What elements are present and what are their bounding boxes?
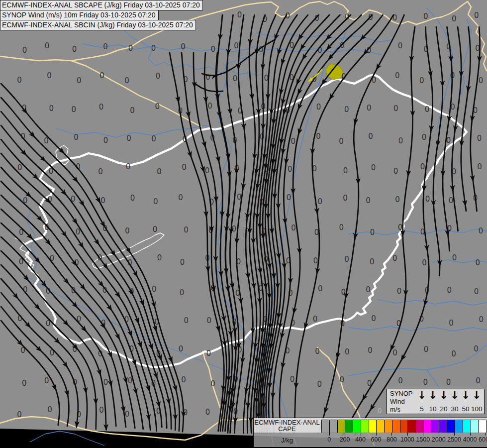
zero-label: 0 [182, 163, 187, 172]
zero-label: 0 [205, 73, 210, 82]
zero-label: 0 [398, 136, 403, 145]
wind-speed-value: 20 [438, 405, 449, 413]
zero-label: 0 [474, 344, 479, 353]
zero-label: 0 [181, 42, 186, 51]
zero-label: 0 [371, 163, 376, 172]
zero-label: 0 [317, 380, 322, 389]
cape-color-cell [369, 420, 377, 433]
wind-down-arrow-icon: ↓ [416, 389, 427, 402]
wind-legend-labels: SYNOP Wind m/s [387, 389, 414, 414]
zero-label: 0 [99, 406, 104, 415]
zero-label: 0 [479, 315, 484, 324]
cape-tick [407, 433, 408, 436]
zero-label: 0 [419, 76, 424, 85]
zero-label: 0 [180, 258, 185, 267]
cape-legend-label: ECMWF-INDEX-ANAL CAPE [254, 419, 320, 432]
zero-label: 0 [17, 76, 22, 85]
zero-label: 0 [151, 44, 156, 53]
zero-label: 0 [368, 132, 373, 141]
zero-label: 0 [206, 349, 211, 358]
zero-label: 0 [153, 197, 158, 206]
cape-tick [345, 433, 345, 436]
zero-label: 0 [344, 105, 349, 114]
zero-label: 0 [210, 379, 215, 388]
cape-tick [329, 433, 330, 436]
zero-label: 0 [425, 195, 430, 204]
weather-map: 0000000000000000000000000000000000000000… [0, 0, 487, 448]
zero-label: 0 [287, 193, 292, 202]
zero-label: 0 [98, 167, 103, 176]
zero-label: 0 [371, 314, 376, 323]
cape-tick [470, 433, 471, 436]
zero-label: 0 [99, 103, 104, 112]
cape-tick [454, 433, 455, 436]
zero-label: 0 [397, 287, 402, 296]
wind-speed-value: 30 [449, 405, 460, 413]
wind-legend-source: SYNOP [390, 390, 414, 397]
zero-label: 0 [205, 166, 210, 175]
zero-label: 0 [44, 376, 49, 385]
zero-label: 0 [22, 46, 27, 55]
cape-color-cell [361, 420, 369, 433]
zero-label: 0 [451, 349, 456, 358]
zero-label: 0 [398, 41, 403, 50]
zero-label: 0 [125, 226, 130, 235]
wind-legend: SYNOP Wind m/s ↓↓↓↓↓↓ 510203050100 [387, 389, 485, 414]
zero-label: 0 [205, 408, 210, 417]
zero-label: 0 [233, 74, 238, 83]
wind-legend-scale: ↓↓↓↓↓↓ 510203050100 [414, 389, 484, 414]
zero-label: 0 [449, 196, 454, 205]
zero-label: 0 [452, 253, 457, 262]
zero-label: 0 [157, 167, 162, 176]
title-sbcape: ECMWF-INDEX-ANAL SBCAPE (J/kg) Friday 03… [0, 0, 203, 10]
faded-map-label: 0 [378, 407, 382, 415]
zero-label: 0 [395, 195, 400, 204]
zero-label: 0 [232, 224, 237, 233]
cape-color-cell [384, 420, 392, 433]
wind-speed-value: 50 [460, 405, 471, 413]
zero-label: 0 [207, 102, 212, 111]
zero-label: 0 [130, 194, 135, 203]
cape-color-cell [329, 420, 337, 433]
cape-color-cell [471, 420, 479, 433]
cape-color-cell [439, 420, 447, 433]
zero-label: 0 [420, 162, 425, 171]
zero-label: 0 [477, 162, 482, 171]
zero-label: 0 [207, 316, 212, 325]
zero-label: 0 [449, 319, 454, 328]
cape-color-cell [337, 420, 345, 433]
zero-label: 0 [315, 347, 320, 356]
zero-label: 0 [49, 104, 54, 113]
cape-tick [391, 433, 392, 436]
zero-label: 0 [392, 348, 397, 357]
cape-colorbar [321, 420, 487, 433]
zero-label: 0 [211, 45, 216, 54]
wind-speed-value: 10 [427, 405, 438, 413]
zero-label: 0 [339, 223, 344, 232]
zero-label: 0 [125, 410, 130, 419]
cape-legend-top-band: ECMWF-INDEX-ANAL CAPE [254, 418, 487, 433]
zero-label: 0 [424, 345, 429, 354]
zero-label: 0 [47, 405, 52, 414]
zero-label: 0 [423, 12, 428, 21]
zero-label: 0 [393, 104, 398, 113]
weather-map-screen: 0000000000000000000000000000000000000000… [0, 0, 487, 448]
cape-color-cell [345, 420, 353, 433]
zero-label: 0 [17, 163, 22, 172]
zero-label: 0 [45, 41, 50, 50]
zero-label: 0 [291, 137, 296, 146]
cape-legend: ECMWF-INDEX-ANAL CAPE J/kg 0200400600800… [253, 418, 487, 448]
cape-units: J/kg [254, 437, 320, 444]
zero-label: 0 [344, 255, 349, 264]
wind-arrow-icons: ↓↓↓↓↓↓ [416, 389, 482, 402]
zero-label: 0 [128, 44, 133, 53]
wind-speed-value: 5 [416, 405, 427, 413]
zero-label: 0 [366, 285, 371, 294]
zero-label: 0 [368, 346, 373, 355]
zero-label: 0 [318, 284, 323, 293]
wind-down-arrow-icon: ↓ [449, 389, 460, 402]
zero-label: 0 [180, 288, 185, 297]
cape-tick [376, 433, 377, 436]
zero-label: 0 [370, 228, 375, 237]
zero-label: 0 [74, 133, 79, 142]
